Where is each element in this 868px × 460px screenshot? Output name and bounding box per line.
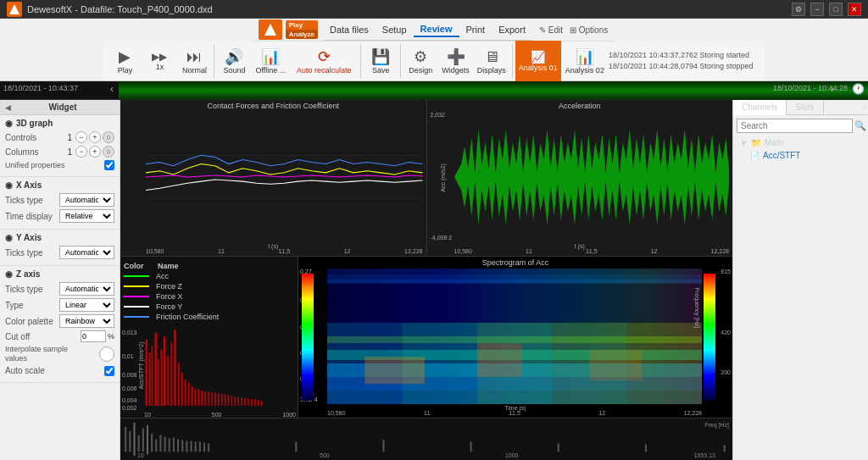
spectrogram-area	[327, 269, 702, 404]
time-display-select[interactable]: Relative	[59, 209, 114, 223]
svg-rect-35	[237, 397, 239, 406]
widgets-button[interactable]: ➕ Widgets	[438, 41, 473, 81]
svg-rect-23	[198, 389, 199, 406]
measure-btn[interactable]: Play	[286, 20, 318, 30]
freq-top: 815	[721, 269, 731, 274]
save-button[interactable]: 💾 Save	[364, 41, 398, 81]
close-btn[interactable]: ✕	[848, 3, 861, 16]
right-panel-expand[interactable]: ›	[860, 100, 868, 114]
search-icon[interactable]: 🔍	[854, 120, 866, 131]
step-button[interactable]: ⏭ Normal	[177, 41, 211, 81]
analysis02-button[interactable]: 📊 Analysis 02	[562, 41, 608, 81]
analysis01-button[interactable]: 📈 Analysis 01	[515, 41, 561, 81]
ticks-type-select[interactable]: Automatic	[59, 193, 114, 207]
controls-minus[interactable]: −	[75, 131, 87, 143]
analyze-btn[interactable]: Analyze	[286, 30, 318, 39]
controls-circle[interactable]: ○	[103, 131, 114, 143]
menu-setup[interactable]: Setup	[376, 23, 414, 36]
forces-svg	[146, 112, 423, 242]
svg-rect-14	[167, 356, 169, 406]
barchart-x-axis: 10 500 1000	[144, 412, 296, 418]
sound-button[interactable]: 🔊 Sound	[217, 41, 251, 81]
design-button[interactable]: ⚙ Design	[403, 41, 437, 81]
svg-rect-32	[228, 395, 230, 406]
columns-circle[interactable]: ○	[103, 146, 114, 158]
forces-x-axis: 10,580 11 11,5 12 12,228	[146, 248, 423, 254]
top-charts: Contact Forces and Friction Coefficient …	[120, 100, 732, 257]
design-icon: ⚙	[414, 47, 427, 66]
svg-rect-10	[155, 333, 157, 406]
offline-button[interactable]: 📊 Offline ...	[252, 41, 289, 81]
legend-item-forcez: Force Z	[124, 282, 294, 291]
columns-minus[interactable]: −	[75, 146, 87, 158]
edit-btn[interactable]: ✎ Edit	[539, 25, 563, 35]
autorecalc-icon: ⟳	[318, 47, 331, 66]
search-input[interactable]	[737, 119, 853, 133]
timeline-wave	[119, 81, 868, 100]
svg-rect-59	[477, 343, 522, 377]
accel-x-axis: 10,580 11 11,5 12 12,228	[454, 248, 730, 254]
menu-print[interactable]: Print	[459, 23, 492, 36]
center-area: Contact Forces and Friction Coefficient …	[120, 100, 732, 460]
unified-checkbox[interactable]	[104, 160, 114, 170]
bottom-charts: Color Name Acc Force Z Force X	[120, 257, 732, 418]
timeline-prev[interactable]: ‹	[110, 83, 114, 95]
svg-rect-81	[208, 443, 209, 452]
spectrogram-svg	[327, 269, 702, 404]
autoscale-checkbox[interactable]	[104, 366, 114, 376]
zaxis-ticks-select[interactable]: Automatic	[59, 282, 114, 296]
settings-btn[interactable]: ⚙	[792, 3, 805, 16]
displays-button[interactable]: 🖥 Displays	[474, 41, 509, 81]
search-bar: 🔍	[733, 115, 868, 136]
svg-rect-79	[199, 441, 201, 452]
speed-button[interactable]: ▶▶ 1x	[142, 41, 176, 81]
legend-color-acc	[124, 275, 149, 277]
xaxis-toggle[interactable]: ◉	[5, 180, 13, 190]
speed-icon: ▶▶	[152, 51, 167, 63]
zaxis-type-select[interactable]: Linear	[59, 298, 114, 312]
autorecalc-button[interactable]: ⟳ Auto recalculate	[290, 41, 358, 81]
cutoff-input[interactable]	[81, 330, 106, 342]
svg-rect-64	[133, 423, 135, 456]
svg-rect-8	[148, 352, 150, 406]
svg-rect-84	[470, 441, 472, 452]
tree-item-math[interactable]: ▼ 📁 Math	[733, 136, 868, 149]
svg-rect-60	[589, 350, 642, 380]
save-icon: 💾	[371, 47, 390, 66]
timeline-start: 18/10/2021 - 10:43:37	[3, 84, 78, 92]
yaxis-ticks-select[interactable]: Automatic	[59, 246, 114, 259]
yaxis-ticks-row: Ticks type Automatic	[5, 246, 114, 259]
channels-tab[interactable]: Channels	[733, 100, 787, 115]
columns-plus[interactable]: +	[89, 146, 101, 158]
freq-mid: 420	[721, 330, 731, 335]
timeline-bar: 18/10/2021 - 10:43:37 18/10/2021 - 10:44…	[0, 81, 868, 100]
svg-rect-40	[254, 399, 256, 406]
options-btn[interactable]: ⊞ Options	[570, 25, 608, 35]
minimize-btn[interactable]: −	[810, 3, 824, 16]
clock-icon[interactable]: 🕐	[852, 83, 865, 95]
sound-icon: 🔊	[225, 47, 243, 66]
controls-plus[interactable]: +	[89, 131, 101, 143]
color-palette-select[interactable]: Rainbow	[59, 314, 114, 328]
legend-header: Color Name	[124, 262, 294, 270]
menu-review[interactable]: Review	[414, 22, 459, 37]
spectro-x-label: Time (s)	[504, 405, 526, 411]
play-button[interactable]: ▶ Play	[108, 41, 142, 81]
yaxis-section: ◉ Y Axis Ticks type Automatic	[0, 230, 120, 266]
svg-rect-37	[244, 398, 246, 406]
yaxis-toggle[interactable]: ◉	[5, 233, 13, 242]
slots-tab[interactable]: Slots	[787, 100, 823, 114]
menu-datafiles[interactable]: Data files	[323, 23, 376, 36]
widgets-icon: ➕	[447, 47, 465, 66]
tree-child-accstft[interactable]: 📄 Acc/STFT	[733, 149, 868, 162]
zaxis-ticks-row: Ticks type Automatic	[5, 282, 114, 296]
section-toggle[interactable]: ◉	[5, 119, 13, 128]
maximize-btn[interactable]: □	[829, 3, 843, 16]
legend-color-forcez	[124, 285, 149, 287]
menu-export[interactable]: Export	[492, 23, 532, 36]
zaxis-toggle[interactable]: ◉	[5, 269, 13, 279]
interpolate-radio[interactable]	[99, 346, 114, 362]
timeline-next[interactable]: ›	[831, 83, 834, 95]
sidebar-logo	[259, 19, 282, 40]
svg-rect-72	[169, 439, 170, 452]
